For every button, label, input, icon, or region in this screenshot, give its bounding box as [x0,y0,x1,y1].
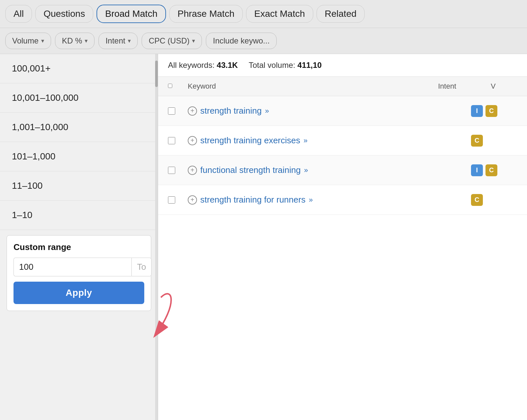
row-keyword-col: + strength training » [188,106,464,116]
filter-volume[interactable]: Volume ▾ [5,33,51,49]
keyword-text: strength training [200,106,262,116]
filter-intent-label: Intent [105,36,125,45]
header-checkbox-col [168,83,181,89]
row-checkbox-col [168,137,181,144]
filter-kd[interactable]: KD % ▾ [55,33,95,49]
filter-volume-label: Volume [12,36,39,45]
tab-broad-match[interactable]: Broad Match [97,5,166,23]
scrollbar-track [155,54,158,420]
keyword-link[interactable]: + strength training » [188,106,464,116]
tab-exact-match[interactable]: Exact Match [246,5,313,23]
tab-phrase-match[interactable]: Phrase Match [169,5,243,23]
main-area: 100,001+ 10,001–100,000 1,001–10,000 101… [0,54,527,420]
range-10001-100000[interactable]: 10,001–100,000 [0,83,158,113]
filter-include-keywords[interactable]: Include keywo... [206,33,276,49]
apply-button[interactable]: Apply [14,282,144,304]
chevron-right-icon: » [265,107,269,115]
add-keyword-icon[interactable]: + [188,166,197,175]
custom-range-inputs: To [14,258,144,276]
row-checkbox[interactable] [168,137,175,144]
row-intent-col: I C [471,164,517,176]
keywords-label: All keywords: [168,61,214,70]
volume-label: Total volume: [249,61,295,70]
table-header: Keyword Intent V [158,77,527,96]
chevron-right-icon: » [303,136,307,145]
filter-bar: Volume ▾ KD % ▾ Intent ▾ CPC (USD) ▾ Inc… [0,28,527,54]
header-keyword: Keyword [188,82,431,91]
chevron-down-icon: ▾ [85,37,88,44]
row-keyword-col: + functional strength training » [188,165,464,175]
volume-range-list: 100,001+ 10,001–100,000 1,001–10,000 101… [0,54,158,230]
row-keyword-col: + strength training exercises » [188,135,464,146]
custom-range-title: Custom range [14,242,144,252]
custom-range-from-input[interactable] [14,258,131,276]
row-intent-col: C [471,135,517,147]
filter-kd-label: KD % [62,36,82,45]
add-keyword-icon[interactable]: + [188,136,197,145]
summary-bar: All keywords: 43.1K Total volume: 411,10 [158,54,527,77]
keywords-value: 43.1K [217,61,238,70]
keyword-text: strength training for runners [200,195,305,205]
filter-intent[interactable]: Intent ▾ [98,33,138,49]
scrollbar-thumb[interactable] [155,61,158,87]
tab-related[interactable]: Related [317,5,365,23]
table-row: + strength training exercises » C [158,126,527,155]
header-volume: V [491,82,517,91]
range-1001-10000[interactable]: 1,001–10,000 [0,113,158,142]
chevron-down-icon: ▾ [41,37,44,44]
filter-cpc-label: CPC (USD) [149,36,189,45]
range-11-100[interactable]: 11–100 [0,171,158,201]
keyword-link[interactable]: + functional strength training » [188,165,464,175]
row-checkbox[interactable] [168,107,175,115]
row-keyword-col: + strength training for runners » [188,195,464,205]
header-intent: Intent [438,82,484,91]
keyword-text: strength training exercises [200,135,300,146]
row-checkbox[interactable] [168,196,175,204]
select-all-checkbox[interactable] [168,84,172,88]
volume-dropdown-panel: 100,001+ 10,001–100,000 1,001–10,000 101… [0,54,158,420]
table-row: + strength training » I C [158,96,527,126]
range-1-10[interactable]: 1–10 [0,201,158,230]
filter-cpc[interactable]: CPC (USD) ▾ [142,33,202,49]
tab-all[interactable]: All [5,5,32,23]
row-checkbox[interactable] [168,167,175,174]
filter-include-label: Include keywo... [213,36,269,45]
keyword-link[interactable]: + strength training for runners » [188,195,464,205]
content-panel: All keywords: 43.1K Total volume: 411,10… [158,54,527,420]
chevron-right-icon: » [309,196,313,204]
range-101-1000[interactable]: 101–1,000 [0,142,158,171]
row-intent-col: C [471,194,517,206]
chevron-down-icon: ▾ [192,37,195,44]
tab-questions[interactable]: Questions [35,5,93,23]
intent-badge-i: I [471,164,483,176]
intent-badge-c: C [485,105,497,117]
intent-badge-c: C [471,135,483,147]
row-intent-col: I C [471,105,517,117]
custom-range-to-placeholder: To [131,258,152,276]
row-checkbox-col [168,167,181,174]
intent-badge-i: I [471,105,483,117]
range-100001plus[interactable]: 100,001+ [0,54,158,83]
chevron-right-icon: » [304,166,308,175]
intent-badge-c: C [471,194,483,206]
table-row: + strength training for runners » C [158,185,527,215]
keyword-link[interactable]: + strength training exercises » [188,135,464,146]
table-row: + functional strength training » I C [158,155,527,185]
add-keyword-icon[interactable]: + [188,195,197,205]
volume-value: 411,10 [297,61,321,70]
intent-badge-c: C [485,164,497,176]
keyword-text: functional strength training [200,165,301,175]
chevron-down-icon: ▾ [128,37,131,44]
row-checkbox-col [168,107,181,115]
tab-bar: All Questions Broad Match Phrase Match E… [0,0,527,28]
row-checkbox-col [168,196,181,204]
custom-range-box: Custom range To Apply [7,235,151,311]
add-keyword-icon[interactable]: + [188,106,197,116]
